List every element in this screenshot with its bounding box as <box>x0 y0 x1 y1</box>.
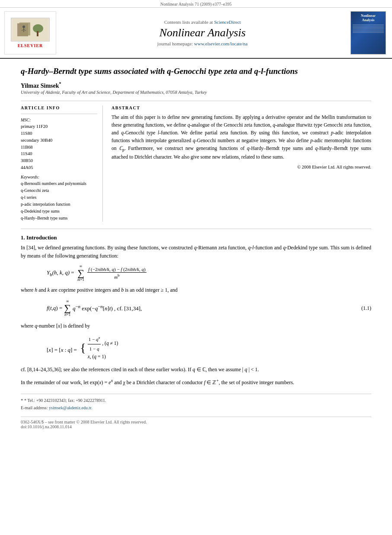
footer-divider <box>21 394 371 394</box>
journal-reference-bar: Nonlinear Analysis 71 (2009) e377–e395 <box>0 0 392 8</box>
formula-qnum: [x] = [x : q] = { 1 − qx 1 − q , (q ≠ 1)… <box>47 334 371 361</box>
footer-star-note: * * Tel.: +90 2423102343; fax: +90 24222… <box>21 397 371 404</box>
formula-f-number: (1.1) <box>361 305 371 312</box>
bottom-bar: 0362-546X/$ – see front matter © 2008 El… <box>21 417 371 429</box>
footer-email: E-mail address: ysimsek@akdeniz.edu.tr. <box>21 404 371 411</box>
journal-center-info: Contents lists available at ScienceDirec… <box>61 11 344 54</box>
formula-f-left: f(t, q) = ∞ ∑ n=1 q−n exp (−q−n[n]t) , c… <box>21 299 361 317</box>
kw-padic-interp: p-adic interpolation function <box>21 201 97 208</box>
msc-primary: primary 11F20 <box>21 123 97 130</box>
journal-header: ELSEVIER Contents lists available at Sci… <box>0 8 392 59</box>
kw-ql-series: q-l series <box>21 194 97 201</box>
formula-qnum-content: [x] = [x : q] = { 1 − qx 1 − q , (q ≠ 1)… <box>47 334 371 361</box>
kw-bernoulli: q-Bernoulli numbers and polynomials <box>21 180 97 187</box>
keywords-label: Keywords: <box>21 175 97 179</box>
msc-label: MSC: <box>21 118 97 122</box>
journal-reference-text: Nonlinear Analysis 71 (2009) e377–e395 <box>160 2 232 6</box>
yb-fraction: f (−2πibh/k, q) − f (2πibh/k, q) mb <box>87 267 146 280</box>
piecewise-expr: { 1 − qx 1 − q , (q ≠ 1) x, (q = 1) <box>80 334 118 361</box>
kw-hardyberndt: q-Hardy–Berndt type sums <box>21 215 97 222</box>
kw-dedekind: q-Dedekind type sums <box>21 208 97 215</box>
main-content: q-Hardy–Berndt type sums associated with… <box>0 59 392 438</box>
elsevier-brand-text: ELSEVIER <box>18 43 43 48</box>
homepage-link[interactable]: www.elsevier.com/locate/na <box>194 41 248 46</box>
abstract-the: The <box>112 115 119 120</box>
formula-yb-content: Yb(h, k, q) = ∞ ∑ m=1 f (−2πibh/k, q) − … <box>47 264 371 282</box>
msc-11b68: 11B68 <box>21 144 97 151</box>
formula-f-row: f(t, q) = ∞ ∑ n=1 q−n exp (−q−n[n]t) , c… <box>21 299 371 317</box>
section1-para3: where q-number [x] is defined by <box>21 322 371 330</box>
homepage-line: journal homepage: www.elsevier.com/locat… <box>157 41 248 46</box>
journal-cover-image-area: Nonlinear Analysis <box>349 11 388 54</box>
section1-para1: In [34], we defined generating functions… <box>21 244 371 260</box>
msc-11s40: 11S40 <box>21 150 97 157</box>
svg-point-5 <box>22 25 25 28</box>
elsevier-logo-svg <box>13 19 48 41</box>
sciencedirect-line: Contents lists available at ScienceDirec… <box>164 19 241 25</box>
section1-para2: where h and k are coprime positive integ… <box>21 286 371 294</box>
msc-30b50: 30B50 <box>21 157 97 164</box>
svg-rect-2 <box>19 22 30 35</box>
abstract-text: The aim of this paper is to define new g… <box>112 114 371 161</box>
msc-11s80: 11S80 <box>21 130 97 137</box>
sciencedirect-link[interactable]: ScienceDirect <box>214 19 241 25</box>
footer-notes: * * Tel.: +90 2423102343; fax: +90 24222… <box>21 397 371 411</box>
cover-title: Nonlinear Analysis <box>361 14 376 22</box>
author-affiliation: University of Akdeniz, Faculty of Art an… <box>21 90 371 95</box>
msc-secondary: secondary 30B40 <box>21 137 97 144</box>
elsevier-logo-area: ELSEVIER <box>4 11 56 54</box>
header-divider <box>21 101 371 101</box>
elsevier-logo-image <box>11 18 50 41</box>
journal-title: Nonlinear Analysis <box>159 26 246 39</box>
author-name: Yilmaz Simsek* <box>21 81 371 89</box>
homepage-label: journal homepage: <box>157 41 193 46</box>
section1-para5: In the remainder of our work, let exp(x)… <box>21 377 371 387</box>
copyright-line: © 2008 Elsevier Ltd. All rights reserved… <box>112 165 371 169</box>
formula-yb: Yb(h, k, q) = ∞ ∑ m=1 f (−2πibh/k, q) − … <box>47 264 371 282</box>
bottom-copyright: 0362-546X/$ – see front matter © 2008 El… <box>21 420 371 424</box>
svg-rect-4 <box>37 31 38 36</box>
yb-sum: ∞ ∑ m=1 <box>77 264 84 282</box>
cover-decorative-lines <box>353 24 384 34</box>
article-info-heading: ARTICLE INFO <box>21 105 97 110</box>
bottom-doi: doi:10.1016/j.na.2008.11.014 <box>21 424 371 429</box>
paper-title: q-Hardy–Berndt type sums associated with… <box>21 66 371 77</box>
abstract-heading: ABSTRACT <box>112 105 371 110</box>
article-info-panel: ARTICLE INFO MSC: primary 11F20 11S80 se… <box>21 105 103 221</box>
msc-44a05: 44A05 <box>21 164 97 171</box>
section1-heading: 1. Introduction <box>21 234 371 241</box>
cover-box: Nonlinear Analysis <box>351 11 386 54</box>
kw-genocchi-zeta: q-Genocchi zeta <box>21 187 97 194</box>
article-info-abstract-columns: ARTICLE INFO MSC: primary 11F20 11S80 se… <box>21 105 371 221</box>
f-sum: ∞ ∑ n=1 <box>64 299 71 317</box>
sciencedirect-label: Contents lists available at <box>164 19 213 25</box>
section1-para4: cf. [8,14–24,35,36]; see also the refere… <box>21 366 371 374</box>
abstract-panel: ABSTRACT The aim of this paper is to def… <box>112 105 371 221</box>
abstract-divider <box>21 229 371 229</box>
